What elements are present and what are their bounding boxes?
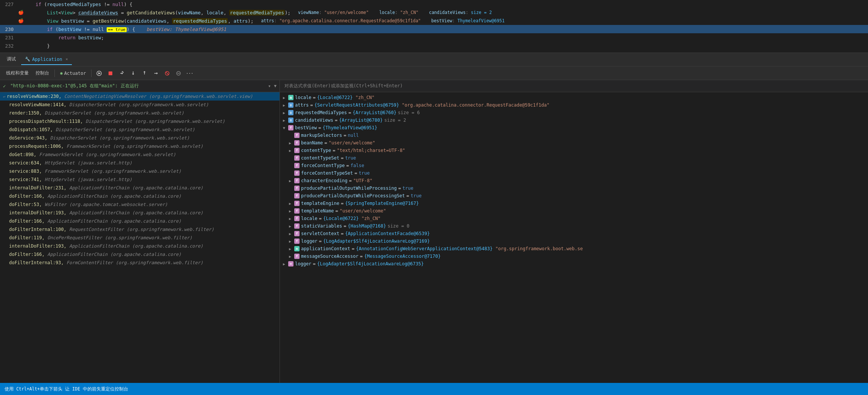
var-produce-partial-set[interactable]: f producePartialOutputWhileProcessingSet… bbox=[280, 192, 868, 200]
var-expand-attrs[interactable]: ▶ bbox=[283, 103, 288, 107]
debug-tabs-bar: 调试 🔧 Application × bbox=[0, 53, 868, 67]
stack-frame-17[interactable]: doFilter:119, OncePerRequestFilter (org.… bbox=[0, 234, 279, 242]
stack-frame-11[interactable]: internalDoFilter:231, ApplicationFilterC… bbox=[0, 184, 279, 192]
stack-frame-1[interactable]: resolveViewName:1414, DispatcherServlet … bbox=[0, 101, 279, 109]
var-content-type[interactable]: ▶ f contentType = "text/html;charset=UTF… bbox=[280, 147, 868, 154]
stack-frame-3[interactable]: processDispatchResult:1118, DispatcherSe… bbox=[0, 117, 279, 125]
var-expand-cv[interactable]: ▶ bbox=[283, 118, 288, 122]
var-content-type-set[interactable]: f contentTypeSet = true bbox=[280, 154, 868, 162]
disable-btn[interactable] bbox=[173, 68, 184, 79]
var-expand-sc[interactable]: ▶ bbox=[289, 232, 294, 236]
code-line-230: 230 if (bestView != null == true) { best… bbox=[0, 25, 868, 33]
var-top-logger[interactable]: ▶ ∞ logger = {LogAdapter$Slf4jLocationAw… bbox=[280, 260, 868, 268]
var-produce-partial[interactable]: f producePartialOutputWhileProcessing = … bbox=[280, 184, 868, 192]
toolbar-sep-1 bbox=[54, 70, 55, 77]
var-expand-ac[interactable]: ▶ bbox=[289, 247, 294, 251]
var-expand-msa[interactable]: ▶ bbox=[289, 254, 294, 259]
stack-frame-9[interactable]: service:883, FrameworkServlet (org.sprin… bbox=[0, 167, 279, 175]
var-message-source-accessor[interactable]: ▶ f messageSourceAccessor = {MessageSour… bbox=[280, 252, 868, 260]
var-force-content-type[interactable]: f forceContentType = false bbox=[280, 162, 868, 169]
stack-frame-4[interactable]: doDispatch:1057, DispatcherServlet (org.… bbox=[0, 125, 279, 134]
stack-frame-12[interactable]: doFilter:166, ApplicationFilterChain (or… bbox=[0, 192, 279, 200]
var-expand-sv[interactable]: ▶ bbox=[289, 224, 294, 228]
stack-frame-14[interactable]: internalDoFilter:193, ApplicationFilterC… bbox=[0, 209, 279, 217]
debug-main: ✓ "http-nio-8080-exec-1"@5,145 在组"main":… bbox=[0, 80, 868, 383]
tab-debug[interactable]: 调试 bbox=[3, 54, 20, 65]
var-expand-bn[interactable]: ▶ bbox=[289, 141, 294, 145]
app-icon: 🔧 bbox=[25, 57, 30, 62]
var-expand-locale[interactable]: ▶ bbox=[283, 96, 288, 100]
stack-frame-2[interactable]: render:1350, DispatcherServlet (org.spri… bbox=[0, 109, 279, 117]
var-expand-te[interactable]: ▶ bbox=[289, 201, 294, 206]
code-line-candidate-views: 🍎 List<View> candidateViews = getCandida… bbox=[0, 8, 868, 17]
thread-panel: ✓ "http-nio-8080-exec-1"@5,145 在组"main":… bbox=[0, 80, 280, 383]
var-best-view[interactable]: ▼ f bestView = {ThymeleafView@6951} bbox=[280, 124, 868, 132]
stack-frame-5[interactable]: doService:943, DispatcherServlet (org.sp… bbox=[0, 134, 279, 142]
step-into-btn[interactable] bbox=[128, 68, 138, 79]
stack-frame-7[interactable]: doGet:898, FrameworkServlet (org.springf… bbox=[0, 150, 279, 159]
stop-btn[interactable] bbox=[105, 68, 116, 79]
stack-frame-13[interactable]: doFilter:53, WsFilter (org.apache.tomcat… bbox=[0, 200, 279, 209]
var-markup-selectors[interactable]: f markupSelectors = null bbox=[280, 132, 868, 139]
var-template-name[interactable]: ▶ f templateName = "user/en/welcome" bbox=[280, 207, 868, 215]
stack-frame-18[interactable]: internalDoFilter:193, ApplicationFilterC… bbox=[0, 242, 279, 250]
threads-label[interactable]: 线程和变量 bbox=[3, 70, 32, 76]
actuator-icon: ◉ bbox=[60, 71, 63, 76]
var-icon-locale: m bbox=[288, 95, 293, 100]
var-expand-log[interactable]: ▶ bbox=[289, 239, 294, 243]
var-expand-ce[interactable]: ▶ bbox=[289, 179, 294, 183]
mute-breakpoints-btn[interactable] bbox=[162, 68, 172, 79]
var-character-encoding[interactable]: ▶ f characterEncoding = "UTF-8" bbox=[280, 177, 868, 184]
var-icon-attrs: ≡ bbox=[288, 102, 293, 108]
var-locale-nested[interactable]: ▶ f locale = {Locale@6722} "zh_CN" bbox=[280, 215, 868, 222]
var-expand-tn[interactable]: ▶ bbox=[289, 209, 294, 213]
var-candidate-views[interactable]: ▶ ≡ candidateViews = {ArrayList@6780} si… bbox=[280, 116, 868, 124]
tab-application[interactable]: 🔧 Application × bbox=[21, 54, 72, 65]
run-to-cursor-btn[interactable] bbox=[151, 68, 161, 79]
var-icon-sc: f bbox=[294, 231, 300, 236]
back-arrow: ↩ bbox=[3, 94, 5, 99]
var-bean-name[interactable]: ▶ f beanName = "user/en/welcome" bbox=[280, 139, 868, 147]
actuator-btn[interactable]: ◉ Actuator bbox=[57, 71, 89, 76]
var-icon-fcts: f bbox=[294, 170, 300, 176]
stack-frame-10[interactable]: service:741, HttpServlet (javax.servlet.… bbox=[0, 175, 279, 184]
var-expand-tl[interactable]: ▶ bbox=[283, 262, 288, 266]
var-expand-bv[interactable]: ▼ bbox=[283, 126, 288, 130]
more-options-btn[interactable]: ··· bbox=[185, 68, 195, 79]
var-icon-cts: f bbox=[294, 155, 300, 161]
filter-button[interactable]: ▾ bbox=[268, 83, 271, 89]
code-line-231: 231 return bestView; bbox=[0, 33, 868, 42]
var-force-content-type-set[interactable]: f forceContentTypeSet = true bbox=[280, 169, 868, 177]
stack-frame-8[interactable]: service:634, HttpServlet (javax.servlet.… bbox=[0, 159, 279, 167]
var-servlet-context[interactable]: ▶ f servletContext = {ApplicationContext… bbox=[280, 230, 868, 237]
var-locale[interactable]: ▶ m locale = {Locale@6722} "zh_CN" bbox=[280, 94, 868, 101]
var-static-variables[interactable]: ▶ f staticVariables = {HashMap@7168} siz… bbox=[280, 222, 868, 230]
toolbar-sep-2 bbox=[91, 70, 92, 77]
var-expand-ct[interactable]: ▶ bbox=[289, 149, 294, 153]
stack-frame-19[interactable]: doFilter:166, ApplicationFilterChain (or… bbox=[0, 250, 279, 259]
step-out-btn[interactable] bbox=[139, 68, 150, 79]
stack-frame-15[interactable]: doFilter:166, ApplicationFilterChain (or… bbox=[0, 217, 279, 225]
var-expand-rmt[interactable]: ▶ bbox=[283, 111, 288, 115]
var-application-context[interactable]: ▶ m applicationContext = {AnnotationConf… bbox=[280, 245, 868, 252]
resume-btn[interactable] bbox=[94, 68, 104, 79]
var-logger[interactable]: ▶ f logger = {LogAdapter$Slf4jLocationAw… bbox=[280, 237, 868, 245]
stack-frame-20[interactable]: doFilterInternal:93, FormContentFilter (… bbox=[0, 259, 279, 267]
status-bar: 使用 Ctrl+Alt+单击下箭头 让 IDE 中的箭失重定位控制台 bbox=[0, 383, 868, 395]
dropdown-button[interactable]: ▼ bbox=[274, 84, 276, 88]
variables-panel: 对表达式求值(Enter)或添加监视(Ctrl+Shift+Enter) ▶ m… bbox=[280, 80, 868, 383]
tab-close-button[interactable]: × bbox=[65, 57, 68, 61]
step-over-btn[interactable] bbox=[116, 68, 127, 79]
stack-frame-6[interactable]: processRequest:1006, FrameworkServlet (o… bbox=[0, 142, 279, 150]
var-expand-ln[interactable]: ▶ bbox=[289, 217, 294, 221]
var-icon-msa: f bbox=[294, 254, 300, 259]
var-template-engine[interactable]: ▶ f templateEngine = {SpringTemplateEngi… bbox=[280, 200, 868, 207]
svg-rect-2 bbox=[109, 71, 112, 75]
var-attrs[interactable]: ▶ ≡ attrs = {ServletRequestAttributes@67… bbox=[280, 101, 868, 109]
console-label[interactable]: 控制台 bbox=[33, 70, 52, 76]
stack-frame-16[interactable]: doFilterInternal:100, RequestContextFilt… bbox=[0, 225, 279, 234]
var-requested-media-types[interactable]: ▶ ≡ requestedMediaTypes = {ArrayList@676… bbox=[280, 109, 868, 116]
stack-frame-0[interactable]: ↩ resolveViewName:230, ContentNegotiatin… bbox=[0, 92, 279, 101]
vars-header: 对表达式求值(Enter)或添加监视(Ctrl+Shift+Enter) bbox=[280, 80, 868, 92]
thread-header: ✓ "http-nio-8080-exec-1"@5,145 在组"main":… bbox=[0, 80, 279, 92]
